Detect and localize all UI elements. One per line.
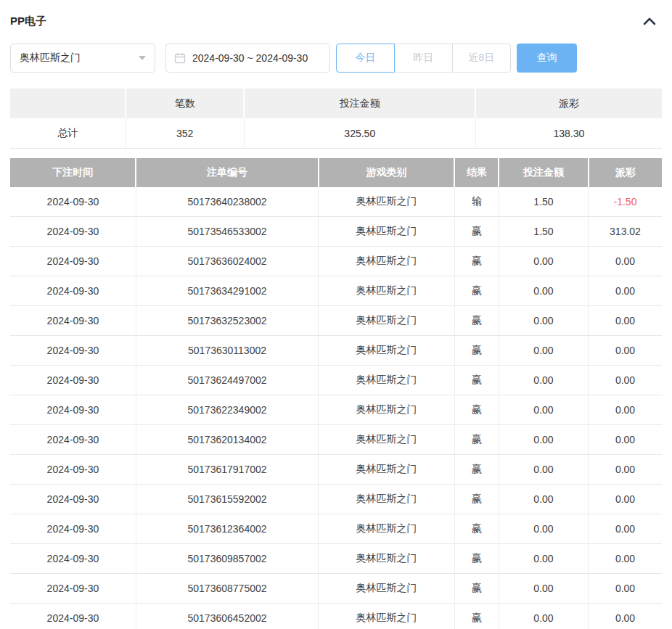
table-cell: 赢 [454,544,499,574]
table-cell: 0.00 [499,395,588,425]
table-cell: 0.00 [589,604,663,629]
table-cell: 2024-09-30 [10,187,136,217]
query-button[interactable]: 查询 [517,44,577,73]
table-body: 2024-09-3050173640238002奥林匹斯之门输1.50-1.50… [10,187,662,629]
table-cell: 0.00 [499,514,588,544]
table-cell: 1.50 [499,217,588,247]
table-cell: 赢 [454,217,499,247]
caret-down-icon [139,56,146,60]
table-row: 2024-09-3050173606452002奥林匹斯之门赢0.000.00 [10,604,662,629]
quick-date-button-group: 今日 昨日 近8日 [336,44,511,73]
date-range-input[interactable]: 2024-09-30 ~ 2024-09-30 [165,44,330,73]
table-cell: 奥林匹斯之门 [319,604,455,629]
table-cell: 赢 [454,395,499,425]
table-cell: 50173630113002 [136,336,318,366]
summary-total-label: 总计 [10,118,126,149]
table-cell: 奥林匹斯之门 [319,187,455,217]
table-cell: 奥林匹斯之门 [319,544,455,574]
table-cell: 2024-09-30 [10,485,136,514]
table-cell: 0.00 [499,306,588,336]
table-cell: 50173624497002 [136,366,318,395]
panel-header: PP电子 [10,0,662,30]
today-button[interactable]: 今日 [336,44,395,73]
table-cell: 奥林匹斯之门 [319,247,455,276]
table-cell: 奥林匹斯之门 [319,306,455,336]
table-cell: 2024-09-30 [10,276,136,306]
table-cell: 奥林匹斯之门 [319,366,455,395]
table-row: 2024-09-3050173608775002奥林匹斯之门赢0.000.00 [10,574,662,604]
collapse-button[interactable] [642,15,657,27]
summary-header-bet-amount: 投注金额 [244,89,475,118]
table-cell: 2024-09-30 [10,306,136,336]
table-cell: 50173615592002 [136,485,318,514]
summary-header-row: 笔数 投注金额 派彩 [10,89,662,118]
table-cell: 0.00 [589,395,663,425]
table-cell: 奥林匹斯之门 [319,574,455,604]
table-cell: 奥林匹斯之门 [319,217,455,247]
table-cell: 50173606452002 [136,604,318,629]
last-8-days-button[interactable]: 近8日 [452,44,511,73]
table-cell: 2024-09-30 [10,604,136,629]
table-cell: 0.00 [499,544,588,574]
calendar-icon [174,52,186,64]
game-select-value: 奥林匹斯之门 [20,52,81,65]
table-cell: 50173632523002 [136,306,318,336]
table-cell: 50173608775002 [136,574,318,604]
date-range-value: 2024-09-30 ~ 2024-09-30 [192,52,308,64]
table-cell: 0.00 [499,366,588,395]
table-cell: 2024-09-30 [10,455,136,485]
table-cell: 0.00 [499,247,588,276]
table-cell: 0.00 [589,425,663,455]
table-row: 2024-09-3050173632523002奥林匹斯之门赢0.000.00 [10,306,662,336]
chevron-up-icon [643,17,656,25]
table-cell: 2024-09-30 [10,514,136,544]
table-cell: 奥林匹斯之门 [319,425,455,455]
table-row: 2024-09-3050173624497002奥林匹斯之门赢0.000.00 [10,366,662,395]
table-row: 2024-09-3050173620134002奥林匹斯之门赢0.000.00 [10,425,662,455]
table-cell: 0.00 [589,574,663,604]
table-cell: 赢 [454,247,499,276]
table-cell: 奥林匹斯之门 [319,336,455,366]
table-cell: 0.00 [499,336,588,366]
table-cell: 赢 [454,604,499,629]
table-cell: 0.00 [499,574,588,604]
table-cell: 2024-09-30 [10,217,136,247]
table-cell: 50173622349002 [136,395,318,425]
summary-total-count: 352 [126,118,244,149]
table-cell: 赢 [454,485,499,514]
records-header-row: 下注时间 注单编号 游戏类别 结果 投注金额 派彩 [10,158,662,187]
summary-total-bet-amount: 325.50 [244,118,475,149]
table-cell: 0.00 [499,485,588,514]
table-cell: 0.00 [589,544,663,574]
records-table: 下注时间 注单编号 游戏类别 结果 投注金额 派彩 2024-09-305017… [10,158,662,629]
col-header-game-category: 游戏类别 [319,158,455,187]
table-cell: 0.00 [589,276,663,306]
summary-header-payout: 派彩 [475,89,662,118]
table-row: 2024-09-3050173640238002奥林匹斯之门输1.50-1.50 [10,187,662,217]
yesterday-button[interactable]: 昨日 [394,44,453,73]
table-row: 2024-09-3050173546533002奥林匹斯之门赢1.50313.0… [10,217,662,247]
col-header-bet-amount: 投注金额 [499,158,588,187]
table-cell: 赢 [454,276,499,306]
table-cell: 50173609857002 [136,544,318,574]
table-cell: 0.00 [589,514,663,544]
table-cell: 0.00 [589,366,663,395]
summary-header-count: 笔数 [126,89,244,118]
table-row: 2024-09-3050173612364002奥林匹斯之门赢0.000.00 [10,514,662,544]
table-row: 2024-09-3050173609857002奥林匹斯之门赢0.000.00 [10,544,662,574]
summary-total-row: 总计 352 325.50 138.30 [10,118,662,149]
table-cell: 奥林匹斯之门 [319,514,455,544]
game-select[interactable]: 奥林匹斯之门 [10,44,155,73]
table-cell: 2024-09-30 [10,366,136,395]
table-cell: 0.00 [499,604,588,629]
table-cell: 1.50 [499,187,588,217]
table-cell: 奥林匹斯之门 [319,276,455,306]
table-cell: 赢 [454,306,499,336]
table-cell: 50173612364002 [136,514,318,544]
col-header-payout: 派彩 [589,158,663,187]
table-cell: 奥林匹斯之门 [319,485,455,514]
table-row: 2024-09-3050173617917002奥林匹斯之门赢0.000.00 [10,455,662,485]
table-cell: 50173636024002 [136,247,318,276]
table-cell: 0.00 [589,336,663,366]
table-cell: 2024-09-30 [10,574,136,604]
